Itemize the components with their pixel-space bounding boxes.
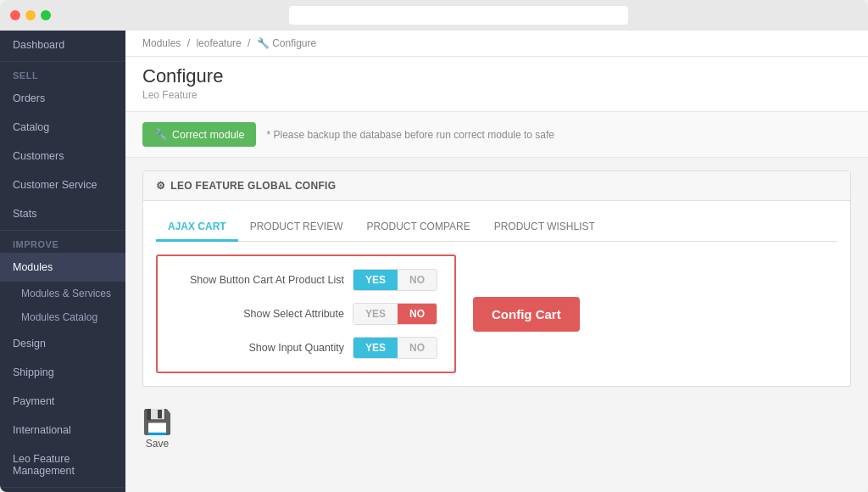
- save-label: Save: [146, 438, 169, 450]
- sidebar-item-modules[interactable]: Modules: [0, 253, 125, 282]
- maximize-button[interactable]: [41, 10, 51, 20]
- sidebar-item-payment[interactable]: Payment: [0, 387, 125, 416]
- breadcrumb-leofeature[interactable]: leofeature: [196, 37, 241, 49]
- toolbar-note: * Please backup the database before run …: [266, 129, 554, 141]
- sidebar: Dashboard SELL Orders Catalog Customers …: [0, 31, 125, 492]
- sidebar-item-orders[interactable]: Orders: [0, 84, 125, 113]
- tab-product-compare[interactable]: PRODUCT COMPARE: [354, 214, 481, 242]
- close-button[interactable]: [10, 10, 20, 20]
- config-row-3: Show Input Quantity YES NO: [175, 337, 437, 359]
- tab-product-review[interactable]: PRODUCT REVIEW: [238, 214, 355, 242]
- sidebar-item-international[interactable]: International: [0, 416, 125, 444]
- card-header: ⚙ LEO FEATURE GLOBAL CONFIG: [143, 171, 850, 201]
- save-icon: 💾: [142, 408, 172, 436]
- toggle-2: YES NO: [353, 303, 437, 325]
- config-section: Show Button Cart At Product List YES NO …: [156, 254, 837, 373]
- correct-module-button[interactable]: 🔧 Correct module: [142, 122, 256, 147]
- sidebar-item-modules-services[interactable]: Modules & Services: [0, 282, 125, 305]
- page-title: Configure: [142, 65, 851, 87]
- sidebar-item-design[interactable]: Design: [0, 329, 125, 358]
- breadcrumb-modules[interactable]: Modules: [142, 37, 181, 49]
- sidebar-item-modules-catalog[interactable]: Modules Catalog: [0, 305, 125, 329]
- app-window: Dashboard SELL Orders Catalog Customers …: [0, 0, 868, 492]
- toggle-3-no[interactable]: NO: [398, 338, 437, 358]
- tab-product-wishlist[interactable]: PRODUCT WISHLIST: [482, 214, 607, 242]
- save-button[interactable]: 💾 Save: [142, 408, 172, 450]
- breadcrumb: Modules / leofeature / 🔧 Configure: [125, 31, 868, 57]
- wrench-icon: 🔧: [154, 128, 168, 141]
- config-row-1: Show Button Cart At Product List YES NO: [175, 269, 437, 291]
- card-header-label: LEO FEATURE GLOBAL CONFIG: [170, 180, 336, 192]
- config-card: ⚙ LEO FEATURE GLOBAL CONFIG AJAX CART PR…: [142, 171, 851, 387]
- sidebar-section-improve: IMPROVE: [0, 230, 125, 253]
- main-content: Modules / leofeature / 🔧 Configure Confi…: [125, 31, 868, 492]
- breadcrumb-wrench: 🔧: [257, 37, 270, 49]
- app-layout: Dashboard SELL Orders Catalog Customers …: [0, 31, 868, 492]
- page-subtitle: Leo Feature: [142, 89, 851, 101]
- sidebar-item-stats[interactable]: Stats: [0, 199, 125, 228]
- config-label-1: Show Button Cart At Product List: [175, 274, 344, 286]
- breadcrumb-sep-2: /: [248, 37, 250, 49]
- toolbar: 🔧 Correct module * Please backup the dat…: [125, 112, 868, 158]
- sidebar-item-shipping[interactable]: Shipping: [0, 358, 125, 387]
- config-label-3: Show Input Quantity: [175, 342, 344, 354]
- sidebar-item-customer-service[interactable]: Customer Service: [0, 171, 125, 199]
- toggle-3: YES NO: [353, 337, 437, 359]
- config-cart-button[interactable]: Config Cart: [473, 297, 580, 332]
- minimize-button[interactable]: [25, 10, 36, 20]
- toggle-2-yes[interactable]: YES: [353, 304, 398, 324]
- url-bar[interactable]: [289, 6, 628, 25]
- config-box: Show Button Cart At Product List YES NO …: [156, 254, 456, 373]
- breadcrumb-configure[interactable]: Configure: [272, 37, 316, 49]
- tab-bar: AJAX CART PRODUCT REVIEW PRODUCT COMPARE…: [156, 214, 837, 242]
- toggle-2-no[interactable]: NO: [398, 304, 437, 324]
- config-row-2: Show Select Attribute YES NO: [175, 303, 437, 325]
- gear-icon: ⚙: [156, 180, 165, 192]
- toggle-1: YES NO: [353, 269, 437, 291]
- sidebar-item-customers[interactable]: Customers: [0, 142, 125, 171]
- page-header: Configure Leo Feature: [125, 57, 868, 112]
- sidebar-item-leo-feature[interactable]: Leo Feature Management: [0, 444, 125, 485]
- sidebar-section-sell: SELL: [0, 61, 125, 84]
- toggle-3-yes[interactable]: YES: [353, 338, 398, 358]
- toggle-1-no[interactable]: NO: [398, 270, 437, 290]
- config-label-2: Show Select Attribute: [175, 308, 344, 320]
- titlebar: [0, 0, 868, 31]
- traffic-lights: [10, 10, 51, 20]
- correct-btn-label: Correct module: [172, 129, 244, 141]
- toggle-1-yes[interactable]: YES: [353, 270, 398, 290]
- breadcrumb-sep-1: /: [187, 37, 190, 49]
- sidebar-item-dashboard[interactable]: Dashboard: [0, 31, 125, 59]
- sidebar-section-configure: CONFIGURE: [0, 487, 125, 492]
- tab-ajax-cart[interactable]: AJAX CART: [156, 214, 238, 242]
- save-area: 💾 Save: [125, 400, 868, 458]
- card-body: AJAX CART PRODUCT REVIEW PRODUCT COMPARE…: [143, 201, 850, 386]
- sidebar-item-catalog[interactable]: Catalog: [0, 113, 125, 142]
